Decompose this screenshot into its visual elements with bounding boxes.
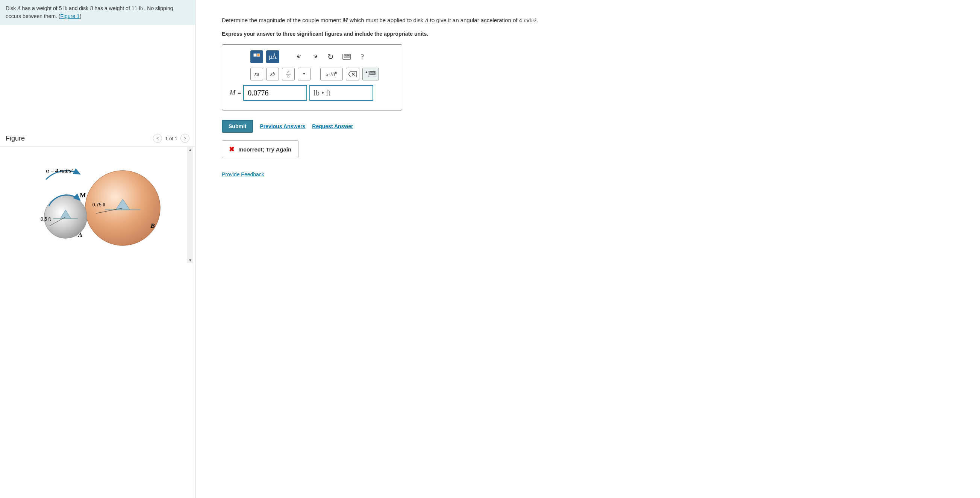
disk-b-label: B: [150, 222, 154, 229]
unit-lb2: lb: [139, 6, 144, 11]
micro-label: µÅ: [269, 53, 277, 60]
keyboard2-icon: [368, 71, 376, 77]
previous-answers-link[interactable]: Previous Answers: [260, 123, 305, 129]
unit-lb: lb: [63, 6, 67, 11]
var-a: A: [425, 17, 428, 23]
figure-pager: 1 of 1: [165, 136, 177, 141]
keyboard2-button[interactable]: ▲: [363, 68, 379, 80]
scroll-up-icon[interactable]: ▲: [188, 148, 192, 152]
radius-a-label: 0.5 ft: [41, 216, 51, 222]
radius-b-label: 0.75 ft: [92, 202, 105, 207]
reset-button[interactable]: ↻: [325, 50, 337, 63]
superscript-button[interactable]: xa: [250, 68, 263, 80]
q-suffix: .: [536, 17, 538, 23]
help-button[interactable]: ?: [356, 50, 369, 63]
problem-statement: Disk A has a weight of 5 lb and disk B h…: [0, 0, 195, 25]
backspace-button[interactable]: [346, 68, 360, 80]
instruction-text: Express your answer to three significant…: [222, 31, 972, 37]
alpha-label: α = 4 rad/s²: [46, 167, 73, 173]
sci-notation-button[interactable]: x·10n: [320, 68, 343, 80]
answer-box: µÅ ↻ ? xa xb ab • x·10n: [222, 45, 402, 110]
weight-b-text: has a weight of 11: [93, 5, 139, 11]
q-unit: rad/s²: [523, 17, 536, 23]
answer-var-label: M: [230, 89, 235, 97]
disk-a-label: A: [78, 231, 82, 238]
provide-feedback-link[interactable]: Provide Feedback: [222, 171, 264, 177]
backspace-icon: [348, 72, 357, 77]
keyboard-button[interactable]: [340, 50, 353, 63]
closing-paren: ): [80, 13, 81, 19]
problem-text: Disk: [6, 5, 17, 11]
answer-unit-input[interactable]: [309, 85, 373, 101]
var-m: M: [342, 16, 348, 24]
figure-area: α = 4 rad/s² M 0.5 ft 0.75 ft A B ▲ ▼: [0, 147, 195, 263]
figure-scrollbar[interactable]: ▲ ▼: [187, 147, 193, 263]
submit-button[interactable]: Submit: [222, 120, 253, 133]
figure-title: Figure: [6, 135, 25, 142]
figure-next-button[interactable]: >: [180, 134, 189, 143]
q-mid1: which must be applied to disk: [348, 17, 425, 23]
question-text: Determine the magnitude of the couple mo…: [222, 15, 972, 25]
undo-button[interactable]: [293, 50, 305, 63]
dot-button[interactable]: •: [298, 68, 310, 80]
templates-button[interactable]: [250, 50, 263, 63]
fraction-button[interactable]: ab: [282, 68, 295, 80]
figure-link[interactable]: Figure 1: [60, 13, 80, 19]
redo-button[interactable]: [309, 50, 321, 63]
answer-value-input[interactable]: [243, 85, 307, 101]
figure-svg: α = 4 rad/s² M 0.5 ft 0.75 ft A B: [26, 154, 169, 255]
svg-rect-9: [257, 54, 260, 56]
answer-eq: =: [237, 89, 241, 96]
q-prefix: Determine the magnitude of the couple mo…: [222, 17, 342, 23]
fraction-bot: b: [286, 75, 291, 78]
moment-label: M: [80, 192, 86, 199]
request-answer-link[interactable]: Request Answer: [312, 123, 353, 129]
svg-rect-8: [254, 54, 256, 56]
incorrect-icon: ✖: [229, 145, 235, 153]
keyboard-icon: [342, 54, 351, 60]
units-button[interactable]: µÅ: [266, 50, 279, 63]
q-mid2: to give it an angular acceleration of 4: [428, 17, 524, 23]
figure-prev-button[interactable]: <: [153, 134, 162, 143]
subscript-button[interactable]: xb: [266, 68, 279, 80]
feedback-message: Incorrect; Try Again: [238, 146, 291, 153]
scroll-down-icon[interactable]: ▼: [188, 258, 192, 263]
weight-a-text: has a weight of 5: [21, 5, 64, 11]
feedback-box: ✖ Incorrect; Try Again: [222, 140, 299, 158]
text-mid1: and disk: [67, 5, 90, 11]
